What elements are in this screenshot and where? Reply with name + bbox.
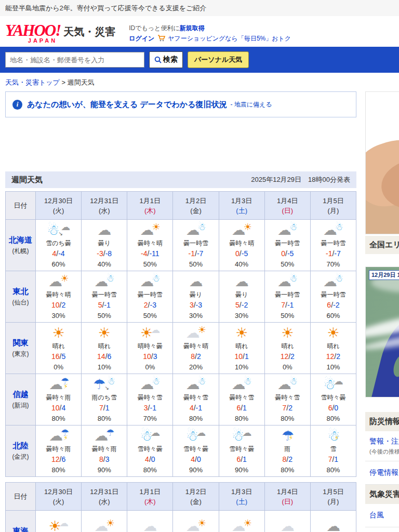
published-timestamp: 2025年12月29日 18時00分発表 xyxy=(251,175,350,184)
weather-icon: ☁☀ xyxy=(173,325,218,342)
forecast-row: 北陸(金沢)☁☂⚡曇時々雨12/680%☁☂曇時々雨8/390%☃☁雪時々曇4/… xyxy=(6,425,356,477)
sidebar-link-typhoon[interactable]: 台風 xyxy=(365,504,399,527)
day-of-week: (土) xyxy=(236,207,247,215)
low-temp: 2 xyxy=(197,352,201,361)
weather-label: 雨のち雪 xyxy=(82,394,127,402)
ad-image[interactable] xyxy=(365,91,399,234)
weather-label: 曇一時雪 xyxy=(127,291,172,299)
temperature: 0/-5 xyxy=(219,248,264,259)
precip-probability: 0% xyxy=(265,362,310,372)
emergency-banner[interactable]: 能登半島地震から2年。寄付や買って応援等今できる支援をご紹介 xyxy=(0,0,399,16)
yahoo-logo[interactable]: YAHOO! JAPAN xyxy=(5,22,60,44)
breadcrumb-home-link[interactable]: 天気・災害トップ xyxy=(5,78,60,86)
sun-icon: ☀ xyxy=(106,518,114,528)
disaster-info-panel: 防災情報 警報・注意報 (今後の推移) 停電情報 気象災害情報 台風 土砂災害マ… xyxy=(365,412,399,532)
snow-icon: ☃ xyxy=(152,274,160,283)
weather-icon: ☃☁ xyxy=(219,428,264,445)
day-header: 1月3日(土) xyxy=(219,192,264,220)
weather-icon: ☃⚡ xyxy=(311,428,356,445)
precip-probability: 30% xyxy=(36,311,81,321)
forecast-cell: ☁曇り8/1 xyxy=(127,511,173,532)
temperature: 4/-4 xyxy=(36,248,81,259)
day-of-week: (火) xyxy=(53,498,64,506)
low-temp: 3 xyxy=(153,352,157,361)
forecast-cell: ☁☃曇一時雪0/-550% xyxy=(264,220,310,271)
ad-placeholder-gap xyxy=(5,117,356,171)
register-link[interactable]: 新規取得 xyxy=(180,24,205,32)
temperature: 7/2 xyxy=(265,403,310,413)
region-link[interactable]: 東北 xyxy=(6,287,35,297)
precip-probability: 70% xyxy=(311,259,356,269)
forecast-cell: ☁☂⚡曇時々雨10/480% xyxy=(36,374,82,425)
weather-icon: ☁☂⚡ xyxy=(36,428,81,445)
precip-probability: 80% xyxy=(311,414,356,423)
weather-icon: ☁☀ xyxy=(36,273,81,290)
satellite-image[interactable]: 12月29日 19:00 xyxy=(365,267,399,397)
search-input[interactable] xyxy=(5,52,144,68)
cloud-icon: ☁ xyxy=(189,275,203,289)
forecast-row: 東海(名古屋)☀☁晴時々曇15/4☁☀曇時々晴11/4☁曇り8/1☁☀曇時々晴8… xyxy=(6,511,356,532)
region-link[interactable]: 東海 xyxy=(6,526,35,532)
region-city: (東京) xyxy=(6,350,35,358)
shopping-link[interactable]: ヤフーショッピングなら「毎日5%」おトク xyxy=(168,35,291,42)
site-header: YAHOO! JAPAN 天気・災害 IDでもっと便利に新規取得 ログイン ヤフ… xyxy=(0,16,399,47)
notice-sub-link[interactable]: - 地震に備える xyxy=(230,100,272,109)
account-area: IDでもっと便利に新規取得 ログイン ヤフーショッピングなら「毎日5%」おトク xyxy=(129,23,291,44)
precip-probability: 10% xyxy=(311,362,356,372)
region-link[interactable]: 北海道 xyxy=(6,235,35,245)
weather-label: 晴れ xyxy=(36,342,81,350)
day-date: 1月4日 xyxy=(277,197,298,205)
forecast-cell: ☀晴れ12/20% xyxy=(264,323,310,374)
sidebar-link-power-outage[interactable]: 停電情報 xyxy=(365,461,399,485)
high-temp: 2 xyxy=(144,301,148,309)
weather-label: 曇時々晴 xyxy=(36,291,81,299)
weather-icon: ☁ xyxy=(82,222,127,239)
weather-label: 曇り xyxy=(219,291,264,299)
weather-icon: ☁☃ xyxy=(82,273,127,290)
low-temp: 1 xyxy=(243,404,247,412)
sun-icon: ☀ xyxy=(197,518,206,528)
notice-main-link[interactable]: あなたの想いが、能登を支える データでわかる復旧状況 xyxy=(27,100,227,110)
weather-disaster-header: 気象災害情報 xyxy=(365,485,399,504)
low-temp: 0 xyxy=(334,404,338,412)
temperature: 12/2 xyxy=(265,351,310,362)
main-column: i あなたの想いが、能登を支える データでわかる復旧状況 - 地震に備える 週間… xyxy=(5,91,356,532)
snow-icon: ☃ xyxy=(289,222,298,232)
low-temp: 1 xyxy=(243,455,247,463)
snow-icon: ☃ xyxy=(106,274,114,283)
rain-icon: ☂ xyxy=(93,378,105,392)
temperature: 7/1 xyxy=(82,403,127,413)
weather-label: 曇一時雪 xyxy=(173,240,218,247)
weather-label: 晴時々曇 xyxy=(127,342,172,350)
low-temp: -8 xyxy=(105,249,112,258)
region-link[interactable]: 関東 xyxy=(6,338,35,348)
day-header: 1月1日(木) xyxy=(127,192,173,220)
sun-icon: ☀ xyxy=(281,326,294,340)
thunder-icon: ⚡ xyxy=(334,434,339,441)
day-header: 12月31日(水) xyxy=(82,192,127,220)
precip-probability: 80% xyxy=(82,414,127,423)
temperature: 0/-5 xyxy=(265,248,310,259)
forecast-cell: ☁☃曇一時雪-1/-770% xyxy=(310,220,356,271)
temperature: 3/-3 xyxy=(173,300,218,310)
region-link[interactable]: 信越 xyxy=(6,390,35,400)
sidebar-link-landslide[interactable]: 土砂災害マップ xyxy=(365,527,399,532)
sidebar-link-warnings[interactable]: 警報・注意報 xyxy=(365,431,399,448)
search-button[interactable]: 検索 xyxy=(149,51,183,68)
forecast-cell: ☁曇り3/-330% xyxy=(173,271,219,323)
forecast-cell: ☁☃曇一時雪6/-260% xyxy=(310,271,356,323)
high-temp: 8 xyxy=(99,455,103,463)
temperature: 8/2 xyxy=(173,351,218,362)
login-link[interactable]: ログイン xyxy=(129,35,154,42)
weather-label: 曇一時雪 xyxy=(311,291,356,299)
forecast-row: 東北(仙台)☁☀曇時々晴10/230%☁☃曇一時雪5/-150%☁☃曇一時雪2/… xyxy=(6,271,356,323)
thunder-icon: ⚡ xyxy=(288,434,293,441)
weekly-title-bar: 週間天気 2025年12月29日 18時00分発表 xyxy=(5,171,356,188)
weather-icon: ☁☀ xyxy=(82,518,127,532)
weather-label: 雪時々曇 xyxy=(311,394,356,402)
region-link[interactable]: 北陸 xyxy=(6,441,35,451)
day-header: 1月4日(日) xyxy=(264,483,310,511)
personal-weather-button[interactable]: パーソナル天気 xyxy=(188,51,249,68)
forecast-cell: ☂↘☃雨のち雪7/180% xyxy=(82,374,127,425)
weather-icon: ☁☀ xyxy=(219,222,264,239)
